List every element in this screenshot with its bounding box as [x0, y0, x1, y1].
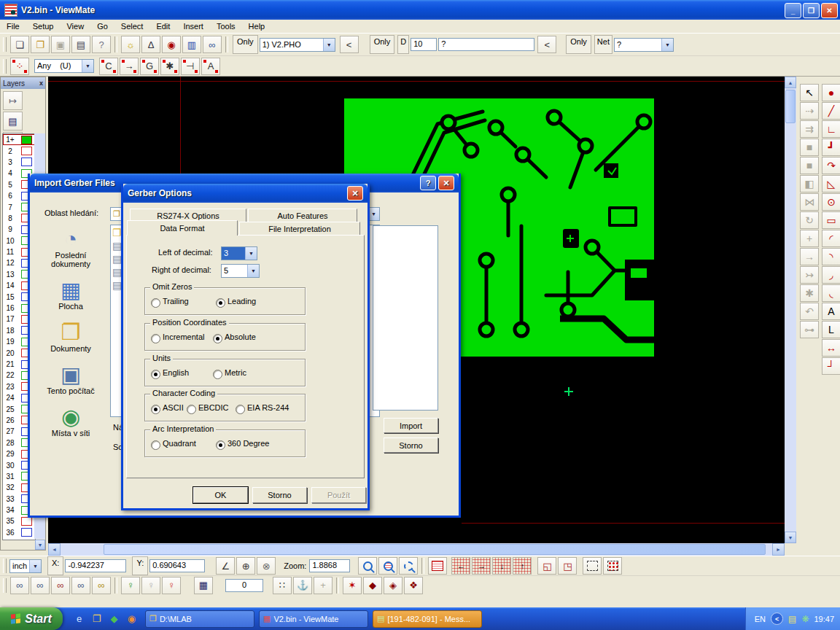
dialog-close-button[interactable]: ✕ — [438, 176, 454, 190]
signal-green-button[interactable]: ♀ — [121, 577, 140, 594]
menu-select[interactable]: Select — [114, 20, 150, 32]
task-dmlab[interactable]: ❐D:\MLAB — [145, 610, 254, 628]
zoom-window-button[interactable]: ◱ — [537, 557, 556, 575]
language-indicator[interactable]: EN — [755, 615, 766, 623]
layer-color-chip[interactable] — [21, 136, 32, 144]
place-network[interactable]: ◉Místa v síti — [37, 405, 104, 438]
view-board-glasses-button[interactable]: ∞ — [92, 577, 111, 594]
d-query-field[interactable]: ? — [438, 38, 534, 51]
hide-icons-button[interactable]: < — [771, 612, 783, 625]
save-button[interactable]: ▣ — [51, 36, 70, 53]
menu-file[interactable]: File — [0, 20, 26, 32]
filled-rect-alt-button[interactable]: ■ — [800, 157, 819, 174]
menu-edit[interactable]: Edit — [149, 20, 176, 32]
place-documents[interactable]: ❐Dokumenty — [37, 321, 104, 353]
layer-combo[interactable]: 1) V2.PHO ▼ — [260, 38, 335, 52]
vertical-scroll-thumb[interactable] — [785, 90, 796, 123]
pad-info-button[interactable]: ◉ — [162, 36, 181, 53]
dimension-button[interactable]: ↔ — [822, 339, 840, 357]
quick-launch-green-app-icon[interactable]: ◆ — [108, 612, 120, 625]
view-outline-glasses-button[interactable]: ∞ — [71, 577, 90, 594]
tray-clover-icon[interactable]: ❋ — [801, 614, 809, 624]
place-recent-documents[interactable]: ◔Poslední dokumenty — [37, 228, 104, 268]
aperture-a-button[interactable]: A — [201, 58, 220, 75]
grid-toggle-button[interactable] — [428, 557, 447, 575]
toolbar-grip[interactable] — [3, 578, 7, 593]
open-file-button[interactable]: ❐ — [31, 36, 50, 53]
goto-layer-button[interactable]: ↦ — [3, 91, 23, 110]
signal-red-button[interactable]: ♀ — [162, 577, 181, 594]
draw-circle-button[interactable]: ⊙ — [822, 193, 840, 211]
scroll-left-button[interactable]: ◄ — [48, 543, 61, 556]
layer-color-chip[interactable] — [21, 158, 32, 166]
lasso-select-button[interactable]: ⊶ — [800, 321, 819, 338]
prev-layer-button[interactable]: < — [340, 36, 359, 53]
ok-button[interactable]: OK — [193, 487, 248, 503]
minimize-button[interactable]: _ — [785, 3, 801, 18]
measure-height-button[interactable]: Δ — [141, 36, 160, 53]
select-pads-button[interactable] — [603, 557, 622, 575]
print-button[interactable]: ▤ — [71, 36, 90, 53]
draw-rectangle-button[interactable]: ▭ — [822, 211, 840, 229]
tab-data-format[interactable]: Data Format — [127, 220, 238, 236]
chevron-down-icon[interactable]: ▼ — [245, 247, 257, 260]
quick-launch-folder-icon[interactable]: ❐ — [90, 612, 103, 625]
scroll-right-button[interactable]: ► — [772, 543, 785, 556]
aperture-h-button[interactable]: ⊣ — [181, 58, 200, 75]
toolbar-grip[interactable] — [3, 59, 7, 74]
scroll-down-button[interactable]: ▼ — [785, 532, 796, 543]
chevron-down-icon[interactable]: ▼ — [661, 39, 673, 51]
aperture-c-button[interactable]: C — [99, 58, 118, 75]
mirror-vertical-button[interactable]: ⋈ — [800, 193, 819, 211]
radio-ascii[interactable] — [151, 405, 160, 414]
undo-button[interactable]: ↶ — [800, 303, 819, 320]
layer-row[interactable]: 36 — [3, 527, 35, 538]
zoom-grid-button[interactable] — [378, 557, 397, 575]
tab-auto-features[interactable]: Auto Features — [248, 209, 357, 222]
radio-english[interactable] — [151, 370, 160, 379]
start-button[interactable]: Start — [0, 607, 63, 630]
unit-combo[interactable]: inch ▼ — [9, 559, 42, 573]
apply-button[interactable]: Použít — [311, 487, 366, 503]
angle-measure-button[interactable]: ∠ — [216, 557, 235, 575]
counter-field[interactable]: 0 — [225, 579, 263, 592]
mirror-horizontal-button[interactable]: ◧ — [800, 175, 819, 192]
gerber-cancel-button[interactable]: Storno — [252, 487, 307, 503]
import-button[interactable]: Import — [384, 418, 438, 433]
horizontal-scrollbar[interactable]: ◄ ► — [48, 543, 785, 556]
pan-down-button[interactable]: ↓ — [492, 557, 511, 575]
draw-arc-q1-button[interactable]: ◜ — [822, 230, 840, 247]
radio-eia-rs-244[interactable] — [236, 405, 245, 414]
flash-pad-button[interactable]: ✶ — [343, 577, 362, 594]
chevron-down-icon[interactable]: ▼ — [323, 39, 335, 51]
quick-launch-firefox-icon[interactable]: ◉ — [125, 612, 138, 625]
inspect-glasses-button[interactable]: ∞ — [203, 36, 222, 53]
layers-panel-titlebar[interactable]: Layers x — [1, 77, 45, 89]
radio-absolute[interactable] — [213, 334, 222, 343]
layer-colors-button[interactable]: ▥ — [182, 36, 201, 53]
move-element-button[interactable]: → — [800, 248, 819, 265]
zoom-in-button[interactable] — [358, 557, 377, 575]
aperture-grid-button[interactable]: ⁘ — [10, 58, 29, 75]
draw-pad-button[interactable]: ● — [822, 84, 840, 101]
radio-leading[interactable] — [216, 298, 225, 308]
zoom-window-out-button[interactable]: ◳ — [558, 557, 577, 575]
prev-d-button[interactable]: < — [537, 36, 556, 53]
nudge-button[interactable]: ↣ — [800, 266, 819, 284]
gerber-dialog-titlebar[interactable]: Gerber Options ✕ — [123, 184, 368, 203]
quick-launch-ie-icon[interactable]: e — [73, 612, 85, 625]
radio-trailing[interactable] — [151, 298, 160, 308]
flash-highlight-button[interactable]: ☼ — [121, 36, 140, 53]
dialog-help-button[interactable]: ? — [420, 176, 436, 190]
task-viewmate[interactable]: ▦V2.bin - ViewMate — [259, 610, 368, 628]
pan-up-button[interactable]: ↑ — [513, 557, 532, 575]
draw-arc-cw-button[interactable]: ↷ — [822, 157, 840, 174]
rotate-button[interactable]: ↻ — [800, 211, 819, 229]
view-shapes-glasses-button[interactable]: ∞ — [51, 577, 70, 594]
radio-360-degree[interactable] — [216, 440, 225, 450]
y-coordinate-field[interactable]: 0.690643 — [149, 559, 205, 572]
task-messenger[interactable]: ▤[191-482-091] - Mess... — [373, 610, 482, 628]
context-help-button[interactable]: ? — [92, 36, 111, 53]
scroll-up-button[interactable]: ▲ — [785, 77, 796, 88]
toolbar-grip[interactable] — [3, 559, 7, 573]
